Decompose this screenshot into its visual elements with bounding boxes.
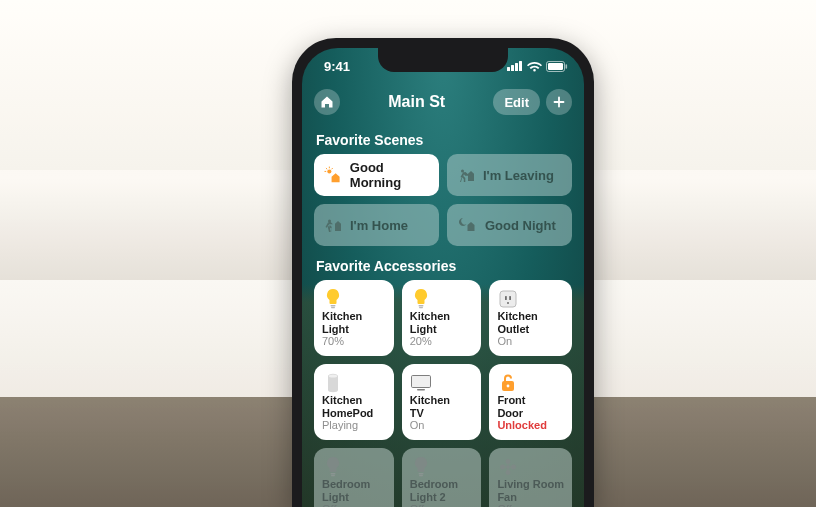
accessory-kitchen-tv[interactable]: KitchenTVOn: [402, 364, 482, 440]
tv-icon: [410, 374, 432, 392]
lightbulb-icon: [324, 288, 342, 310]
accessories-header: Favorite Accessories: [302, 246, 584, 280]
svg-rect-25: [331, 473, 336, 474]
svg-rect-15: [419, 307, 423, 308]
accessory-kitchen-light-2[interactable]: KitchenLight20%: [402, 280, 482, 356]
lightbulb-icon: [412, 288, 430, 310]
nav-bar: Main St Edit: [302, 84, 584, 120]
svg-line-11: [332, 168, 333, 169]
svg-line-10: [326, 168, 327, 169]
scene-good-morning[interactable]: Good Morning: [314, 154, 439, 196]
person-leaving-icon: [457, 167, 475, 183]
svg-point-24: [507, 385, 510, 388]
accessory-bedroom-light[interactable]: BedroomLightOff: [314, 448, 394, 507]
svg-rect-26: [331, 475, 335, 476]
lightbulb-icon: [324, 456, 342, 478]
add-button[interactable]: [546, 89, 572, 115]
svg-point-7: [327, 169, 331, 173]
svg-rect-12: [331, 305, 336, 306]
plus-icon: [553, 96, 565, 108]
svg-rect-2: [515, 63, 518, 71]
svg-rect-6: [566, 64, 568, 68]
phone-frame: 9:41 Main St Edit: [292, 38, 594, 507]
outlet-icon: [498, 289, 518, 309]
svg-point-29: [506, 465, 510, 469]
wifi-icon: [527, 61, 542, 72]
svg-rect-28: [419, 475, 423, 476]
svg-point-20: [329, 374, 337, 377]
homepod-icon: [324, 373, 342, 393]
page-title: Main St: [388, 93, 445, 111]
phone-notch: [378, 48, 508, 72]
accessory-bedroom-light-2[interactable]: BedroomLight 2Off: [402, 448, 482, 507]
accessory-kitchen-homepod[interactable]: KitchenHomePodPlaying: [314, 364, 394, 440]
accessory-kitchen-outlet[interactable]: KitchenOutletOn: [489, 280, 572, 356]
sunrise-house-icon: [324, 166, 342, 184]
person-home-icon: [324, 217, 342, 233]
signal-icon: [507, 61, 523, 71]
moon-house-icon: [457, 217, 477, 233]
edit-button[interactable]: Edit: [493, 89, 540, 115]
svg-rect-3: [519, 61, 522, 71]
scene-im-home[interactable]: I'm Home: [314, 204, 439, 246]
svg-rect-22: [417, 389, 425, 391]
svg-rect-13: [331, 307, 335, 308]
home-icon-button[interactable]: [314, 89, 340, 115]
accessory-front-door[interactable]: FrontDoorUnlocked: [489, 364, 572, 440]
svg-rect-27: [418, 473, 423, 474]
svg-rect-0: [507, 67, 510, 71]
svg-rect-21: [411, 376, 430, 388]
scene-good-night[interactable]: Good Night: [447, 204, 572, 246]
svg-rect-16: [500, 291, 516, 307]
battery-icon: [546, 61, 568, 72]
scenes-header: Favorite Scenes: [302, 120, 584, 154]
svg-rect-5: [548, 63, 563, 70]
scene-im-leaving[interactable]: I'm Leaving: [447, 154, 572, 196]
unlock-icon: [499, 373, 517, 393]
svg-rect-14: [418, 305, 423, 306]
lightbulb-icon: [412, 456, 430, 478]
svg-rect-17: [505, 296, 507, 300]
accessory-living-room-fan[interactable]: Living RoomFanOff: [489, 448, 572, 507]
svg-point-19: [507, 302, 509, 304]
status-time: 9:41: [324, 59, 350, 74]
svg-rect-18: [510, 296, 512, 300]
svg-rect-1: [511, 65, 514, 71]
accessory-kitchen-light[interactable]: KitchenLight70%: [314, 280, 394, 356]
phone-screen: 9:41 Main St Edit: [302, 48, 584, 507]
fan-icon: [498, 457, 518, 477]
house-icon: [320, 95, 334, 109]
